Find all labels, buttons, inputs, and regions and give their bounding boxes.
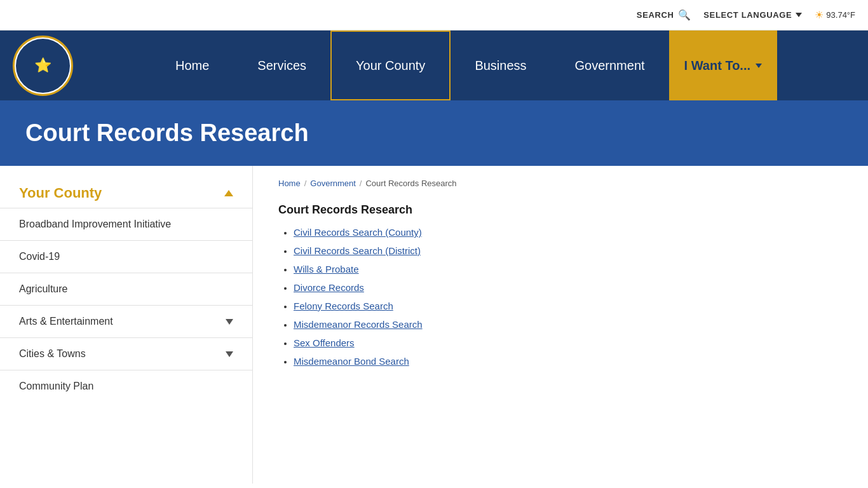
sidebar-item-community[interactable]: Community Plan <box>0 370 252 402</box>
breadcrumb-separator: / <box>360 179 362 188</box>
link-misdemeanor-records[interactable]: Misdemeanor Records Search <box>294 319 423 330</box>
site-logo[interactable]: ⭐ <box>13 36 73 96</box>
language-label: SELECT LANGUAGE <box>703 10 792 20</box>
records-list: Civil Records Search (County) Civil Reco… <box>278 227 843 367</box>
page-title: Court Records Research <box>25 119 843 147</box>
sidebar-item-covid[interactable]: Covid-19 <box>0 240 252 273</box>
link-divorce-records[interactable]: Divorce Records <box>294 282 364 293</box>
chevron-down-icon <box>756 64 762 68</box>
nav-i-want-to[interactable]: I Want To... <box>669 30 777 100</box>
nav-your-county[interactable]: Your County <box>330 30 451 100</box>
list-item: Civil Records Search (District) <box>294 245 843 256</box>
nav-home[interactable]: Home <box>151 30 233 100</box>
main-content: Home / Government / Court Records Resear… <box>253 166 868 484</box>
search-icon: 🔍 <box>678 9 691 21</box>
logo-star-icon: ⭐ <box>34 57 51 74</box>
hero-section: Court Records Research <box>0 100 868 166</box>
sidebar-item-label: Cities & Towns <box>19 348 86 360</box>
i-want-to-label: I Want To... <box>684 58 750 73</box>
sidebar-item-label: Covid-19 <box>19 251 60 262</box>
top-bar: SEARCH 🔍 SELECT LANGUAGE ☀ 93.74°F <box>0 0 868 30</box>
sidebar-item-label: Arts & Entertainment <box>19 316 113 327</box>
breadcrumb-current: Court Records Research <box>365 179 456 188</box>
chevron-down-icon[interactable] <box>226 351 233 357</box>
search-label: SEARCH <box>637 10 674 20</box>
list-item: Misdemeanor Records Search <box>294 319 843 330</box>
chevron-up-icon[interactable] <box>224 190 233 196</box>
list-item: Divorce Records <box>294 282 843 293</box>
link-wills-probate[interactable]: Wills & Probate <box>294 264 359 274</box>
sidebar-item-broadband[interactable]: Broadband Improvement Initiative <box>0 208 252 240</box>
breadcrumb: Home / Government / Court Records Resear… <box>278 179 843 188</box>
language-selector[interactable]: SELECT LANGUAGE <box>703 10 802 20</box>
breadcrumb-government[interactable]: Government <box>310 179 356 188</box>
nav-services[interactable]: Services <box>233 30 330 100</box>
nav-business[interactable]: Business <box>451 30 550 100</box>
weather-icon: ☀ <box>815 9 824 21</box>
sidebar-title-label: Your County <box>19 185 102 201</box>
nav-government[interactable]: Government <box>551 30 669 100</box>
list-item: Wills & Probate <box>294 264 843 274</box>
link-sex-offenders[interactable]: Sex Offenders <box>294 337 355 348</box>
link-misdemeanor-bond[interactable]: Misdemeanor Bond Search <box>294 356 409 367</box>
sidebar: Your County Broadband Improvement Initia… <box>0 166 253 484</box>
sidebar-item-arts[interactable]: Arts & Entertainment <box>0 305 252 337</box>
sidebar-item-cities[interactable]: Cities & Towns <box>0 337 252 370</box>
sidebar-item-agriculture[interactable]: Agriculture <box>0 273 252 305</box>
link-civil-district[interactable]: Civil Records Search (District) <box>294 245 421 256</box>
page-layout: Your County Broadband Improvement Initia… <box>0 166 868 484</box>
chevron-down-icon <box>796 13 802 17</box>
main-nav: Home Services Your County Business Gover… <box>73 30 855 100</box>
sidebar-title: Your County <box>0 179 252 208</box>
breadcrumb-separator: / <box>304 179 307 188</box>
list-item: Felony Records Search <box>294 301 843 311</box>
sidebar-item-label: Broadband Improvement Initiative <box>19 219 171 230</box>
link-felony-records[interactable]: Felony Records Search <box>294 301 393 311</box>
list-item: Sex Offenders <box>294 337 843 348</box>
sidebar-item-label: Community Plan <box>19 381 93 392</box>
header: ⭐ Home Services Your County Business Gov… <box>0 30 868 100</box>
weather-value: 93.74°F <box>826 10 855 20</box>
weather-display: ☀ 93.74°F <box>815 9 855 21</box>
breadcrumb-home[interactable]: Home <box>278 179 301 188</box>
sidebar-item-label: Agriculture <box>19 283 67 295</box>
list-item: Civil Records Search (County) <box>294 227 843 238</box>
list-item: Misdemeanor Bond Search <box>294 356 843 367</box>
chevron-down-icon[interactable] <box>226 319 233 325</box>
link-civil-county[interactable]: Civil Records Search (County) <box>294 227 422 238</box>
content-heading: Court Records Research <box>278 203 843 217</box>
search-button[interactable]: SEARCH 🔍 <box>637 9 691 21</box>
